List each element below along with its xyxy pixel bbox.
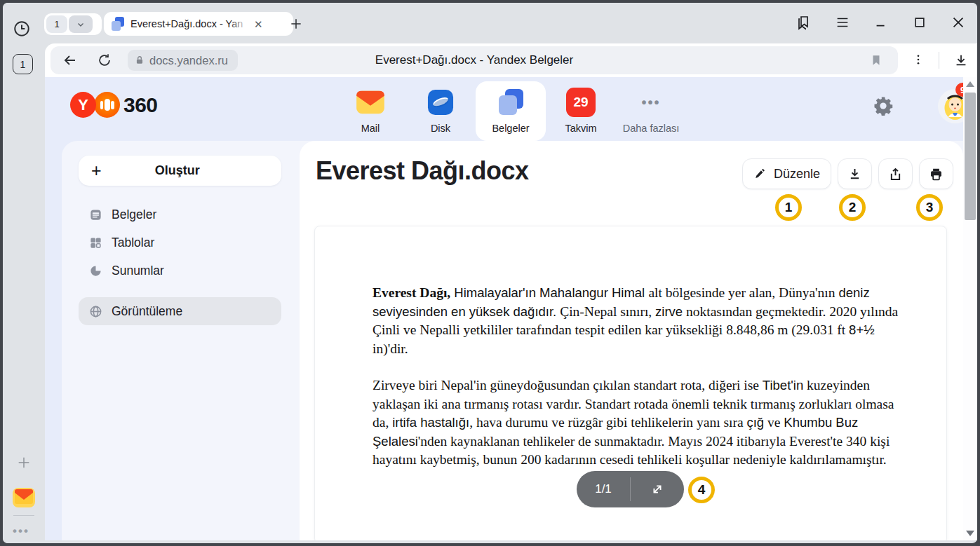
toolbar-menu-icon[interactable] bbox=[909, 50, 927, 69]
y360-o-icon bbox=[94, 92, 120, 118]
strip-divider bbox=[13, 515, 34, 516]
yandex-y-icon: Y bbox=[70, 92, 96, 118]
create-button[interactable]: + Oluştur bbox=[79, 156, 281, 186]
document-title: Everest Dağı.docx bbox=[316, 156, 529, 186]
more-dots-icon: ••• bbox=[636, 87, 666, 118]
paragraph-1: Everest Dağı, Himalayalar'ın Mahalangur … bbox=[372, 284, 900, 358]
share-icon bbox=[888, 167, 903, 182]
calendar-icon: 29 bbox=[565, 87, 596, 118]
docs-favicon bbox=[111, 17, 125, 31]
print-button[interactable] bbox=[919, 158, 953, 189]
sidebar-item-goruntuleme[interactable]: Görüntüleme bbox=[79, 297, 281, 325]
download-button[interactable] bbox=[838, 158, 872, 189]
url-chip[interactable]: docs.yandex.ru bbox=[128, 50, 238, 71]
sidebar-item-belgeler[interactable]: Belgeler bbox=[79, 200, 281, 228]
plus-icon: + bbox=[91, 162, 102, 179]
minimize-button[interactable] bbox=[871, 13, 891, 32]
tab-close-icon[interactable]: ✕ bbox=[254, 19, 263, 29]
document-actions: Düzenle bbox=[742, 158, 953, 189]
edit-button[interactable]: Düzenle bbox=[742, 158, 831, 189]
docs-icon bbox=[495, 87, 526, 118]
bookmarks-panel-icon[interactable] bbox=[794, 13, 814, 32]
tab-title: Everest+Dağı.docx - Yan bbox=[130, 18, 248, 29]
address-bar[interactable]: docs.yandex.ru Everest+Dağı.docx - Yande… bbox=[51, 46, 898, 74]
annotation-3: 3 bbox=[916, 194, 943, 221]
sidebar-item-tablolar[interactable]: Tablolar bbox=[79, 228, 281, 257]
fullscreen-button[interactable] bbox=[631, 482, 684, 497]
globe-icon bbox=[88, 304, 102, 318]
sidebar-item-sunumlar[interactable]: Sunumlar bbox=[79, 257, 281, 285]
page-scrollbar[interactable] bbox=[963, 77, 977, 540]
expand-icon bbox=[650, 482, 665, 497]
disk-icon bbox=[425, 87, 456, 118]
annotation-4: 4 bbox=[688, 477, 715, 503]
pencil-icon bbox=[753, 168, 767, 181]
url-text: docs.yandex.ru bbox=[149, 54, 228, 67]
document-icon bbox=[88, 207, 102, 221]
bookmark-flag-icon[interactable] bbox=[870, 53, 882, 67]
document-text: Everest Dağı, Himalayalar'ın Mahalangur … bbox=[372, 284, 900, 488]
tab-everest[interactable]: Everest+Dağı.docx - Yan ✕ bbox=[104, 12, 293, 36]
mail-app-icon[interactable] bbox=[11, 485, 36, 510]
services-nav: Mail Disk Belgeler bbox=[335, 81, 686, 141]
page-count: 1/1 bbox=[577, 482, 630, 496]
sidebar-add-icon[interactable] bbox=[15, 453, 33, 472]
paragraph-2: Zirveye biri Nepal'in güneydoğusundan çı… bbox=[372, 376, 900, 470]
brand-text: 360 bbox=[123, 93, 158, 117]
browser-menu-icon[interactable] bbox=[833, 13, 852, 32]
new-tab-button[interactable] bbox=[287, 15, 305, 33]
strip-more-icon[interactable]: ••• bbox=[13, 524, 29, 538]
toolbar-divider bbox=[939, 52, 939, 69]
history-icon[interactable] bbox=[13, 20, 31, 38]
nav-item-belgeler[interactable]: Belgeler bbox=[476, 81, 546, 141]
close-button[interactable] bbox=[948, 13, 968, 32]
pie-chart-icon bbox=[88, 264, 102, 278]
downloads-icon[interactable] bbox=[951, 50, 971, 70]
sidebar-nav: Belgeler Tablolar Sunumlar bbox=[79, 200, 281, 325]
browser-toolbar: docs.yandex.ru Everest+Dağı.docx - Yande… bbox=[45, 43, 977, 77]
scroll-up-icon[interactable] bbox=[966, 81, 974, 87]
browser-window: 1 Everest+Dağı.docx - Yan ✕ bbox=[3, 3, 977, 543]
nav-item-takvim[interactable]: 29 Takvim bbox=[546, 81, 616, 141]
tab-group[interactable]: 1 bbox=[44, 13, 102, 35]
tab-counter-button[interactable]: 1 bbox=[13, 54, 33, 74]
scroll-down-icon[interactable] bbox=[966, 531, 974, 536]
maximize-button[interactable] bbox=[910, 13, 929, 32]
lock-icon bbox=[135, 55, 145, 66]
yandex-docs-page: Y 360 Mail bbox=[45, 77, 963, 540]
nav-item-disk[interactable]: Disk bbox=[405, 81, 476, 141]
download-icon bbox=[847, 167, 862, 182]
reload-icon[interactable] bbox=[97, 53, 112, 68]
grid-icon bbox=[88, 236, 102, 250]
annotation-1: 1 bbox=[775, 194, 802, 221]
nav-item-more[interactable]: ••• Daha fazlası bbox=[616, 81, 686, 141]
back-icon[interactable] bbox=[62, 52, 79, 69]
nav-item-mail[interactable]: Mail bbox=[335, 81, 405, 141]
printer-icon bbox=[929, 167, 944, 182]
scrollbar-thumb[interactable] bbox=[965, 93, 976, 220]
tab-group-count[interactable]: 1 bbox=[46, 15, 67, 33]
chevron-down-icon[interactable] bbox=[69, 15, 93, 33]
browser-side-strip: 1 ••• bbox=[3, 43, 45, 543]
mail-icon bbox=[355, 87, 386, 118]
tab-strip: 1 Everest+Dağı.docx - Yan ✕ bbox=[3, 3, 977, 43]
annotation-2: 2 bbox=[839, 194, 866, 221]
page-indicator[interactable]: 1/1 bbox=[577, 471, 684, 507]
y360-logo[interactable]: Y 360 bbox=[70, 92, 158, 118]
share-button[interactable] bbox=[878, 158, 913, 189]
settings-gear-icon[interactable] bbox=[873, 95, 894, 116]
